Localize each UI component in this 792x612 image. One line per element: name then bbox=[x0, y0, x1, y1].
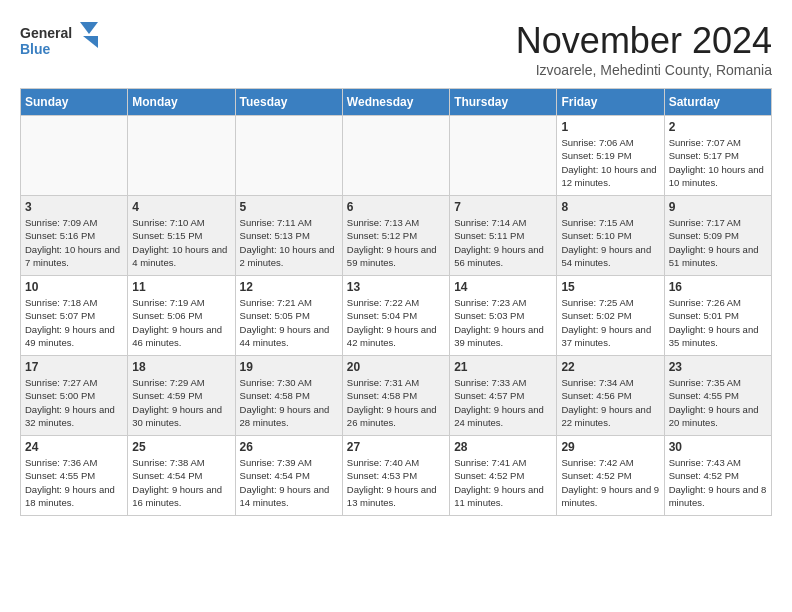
calendar-cell: 4Sunrise: 7:10 AM Sunset: 5:15 PM Daylig… bbox=[128, 196, 235, 276]
calendar-cell: 17Sunrise: 7:27 AM Sunset: 5:00 PM Dayli… bbox=[21, 356, 128, 436]
day-number: 18 bbox=[132, 360, 230, 374]
day-info: Sunrise: 7:30 AM Sunset: 4:58 PM Dayligh… bbox=[240, 376, 338, 429]
day-info: Sunrise: 7:15 AM Sunset: 5:10 PM Dayligh… bbox=[561, 216, 659, 269]
day-number: 11 bbox=[132, 280, 230, 294]
day-info: Sunrise: 7:22 AM Sunset: 5:04 PM Dayligh… bbox=[347, 296, 445, 349]
day-number: 3 bbox=[25, 200, 123, 214]
day-info: Sunrise: 7:33 AM Sunset: 4:57 PM Dayligh… bbox=[454, 376, 552, 429]
day-number: 7 bbox=[454, 200, 552, 214]
title-area: November 2024 Izvoarele, Mehedinti Count… bbox=[516, 20, 772, 78]
location-title: Izvoarele, Mehedinti County, Romania bbox=[516, 62, 772, 78]
calendar-cell bbox=[342, 116, 449, 196]
calendar-cell: 9Sunrise: 7:17 AM Sunset: 5:09 PM Daylig… bbox=[664, 196, 771, 276]
day-info: Sunrise: 7:06 AM Sunset: 5:19 PM Dayligh… bbox=[561, 136, 659, 189]
calendar-cell: 3Sunrise: 7:09 AM Sunset: 5:16 PM Daylig… bbox=[21, 196, 128, 276]
calendar-cell: 28Sunrise: 7:41 AM Sunset: 4:52 PM Dayli… bbox=[450, 436, 557, 516]
day-info: Sunrise: 7:35 AM Sunset: 4:55 PM Dayligh… bbox=[669, 376, 767, 429]
svg-text:General: General bbox=[20, 25, 72, 41]
calendar-cell: 18Sunrise: 7:29 AM Sunset: 4:59 PM Dayli… bbox=[128, 356, 235, 436]
calendar-cell bbox=[235, 116, 342, 196]
day-info: Sunrise: 7:34 AM Sunset: 4:56 PM Dayligh… bbox=[561, 376, 659, 429]
svg-text:Blue: Blue bbox=[20, 41, 51, 57]
calendar-cell bbox=[128, 116, 235, 196]
day-number: 24 bbox=[25, 440, 123, 454]
day-number: 29 bbox=[561, 440, 659, 454]
day-number: 9 bbox=[669, 200, 767, 214]
calendar-cell: 11Sunrise: 7:19 AM Sunset: 5:06 PM Dayli… bbox=[128, 276, 235, 356]
header-thursday: Thursday bbox=[450, 89, 557, 116]
day-info: Sunrise: 7:36 AM Sunset: 4:55 PM Dayligh… bbox=[25, 456, 123, 509]
day-info: Sunrise: 7:14 AM Sunset: 5:11 PM Dayligh… bbox=[454, 216, 552, 269]
day-info: Sunrise: 7:38 AM Sunset: 4:54 PM Dayligh… bbox=[132, 456, 230, 509]
day-info: Sunrise: 7:07 AM Sunset: 5:17 PM Dayligh… bbox=[669, 136, 767, 189]
header-sunday: Sunday bbox=[21, 89, 128, 116]
day-info: Sunrise: 7:25 AM Sunset: 5:02 PM Dayligh… bbox=[561, 296, 659, 349]
calendar-cell: 14Sunrise: 7:23 AM Sunset: 5:03 PM Dayli… bbox=[450, 276, 557, 356]
calendar-cell bbox=[450, 116, 557, 196]
day-info: Sunrise: 7:43 AM Sunset: 4:52 PM Dayligh… bbox=[669, 456, 767, 509]
calendar-cell: 21Sunrise: 7:33 AM Sunset: 4:57 PM Dayli… bbox=[450, 356, 557, 436]
header-saturday: Saturday bbox=[664, 89, 771, 116]
day-number: 30 bbox=[669, 440, 767, 454]
day-number: 6 bbox=[347, 200, 445, 214]
calendar-body: 1Sunrise: 7:06 AM Sunset: 5:19 PM Daylig… bbox=[21, 116, 772, 516]
calendar-cell: 13Sunrise: 7:22 AM Sunset: 5:04 PM Dayli… bbox=[342, 276, 449, 356]
week-row-3: 10Sunrise: 7:18 AM Sunset: 5:07 PM Dayli… bbox=[21, 276, 772, 356]
day-number: 2 bbox=[669, 120, 767, 134]
day-number: 4 bbox=[132, 200, 230, 214]
day-number: 1 bbox=[561, 120, 659, 134]
day-number: 16 bbox=[669, 280, 767, 294]
day-info: Sunrise: 7:41 AM Sunset: 4:52 PM Dayligh… bbox=[454, 456, 552, 509]
calendar-cell: 29Sunrise: 7:42 AM Sunset: 4:52 PM Dayli… bbox=[557, 436, 664, 516]
calendar-cell: 24Sunrise: 7:36 AM Sunset: 4:55 PM Dayli… bbox=[21, 436, 128, 516]
calendar-cell: 25Sunrise: 7:38 AM Sunset: 4:54 PM Dayli… bbox=[128, 436, 235, 516]
header-friday: Friday bbox=[557, 89, 664, 116]
calendar-cell: 30Sunrise: 7:43 AM Sunset: 4:52 PM Dayli… bbox=[664, 436, 771, 516]
day-number: 13 bbox=[347, 280, 445, 294]
day-number: 27 bbox=[347, 440, 445, 454]
day-info: Sunrise: 7:18 AM Sunset: 5:07 PM Dayligh… bbox=[25, 296, 123, 349]
day-number: 12 bbox=[240, 280, 338, 294]
day-info: Sunrise: 7:13 AM Sunset: 5:12 PM Dayligh… bbox=[347, 216, 445, 269]
day-number: 21 bbox=[454, 360, 552, 374]
day-number: 25 bbox=[132, 440, 230, 454]
day-info: Sunrise: 7:31 AM Sunset: 4:58 PM Dayligh… bbox=[347, 376, 445, 429]
day-info: Sunrise: 7:40 AM Sunset: 4:53 PM Dayligh… bbox=[347, 456, 445, 509]
calendar-cell bbox=[21, 116, 128, 196]
calendar-cell: 23Sunrise: 7:35 AM Sunset: 4:55 PM Dayli… bbox=[664, 356, 771, 436]
week-row-1: 1Sunrise: 7:06 AM Sunset: 5:19 PM Daylig… bbox=[21, 116, 772, 196]
day-info: Sunrise: 7:42 AM Sunset: 4:52 PM Dayligh… bbox=[561, 456, 659, 509]
day-number: 19 bbox=[240, 360, 338, 374]
calendar-cell: 6Sunrise: 7:13 AM Sunset: 5:12 PM Daylig… bbox=[342, 196, 449, 276]
svg-marker-3 bbox=[83, 36, 98, 48]
week-row-5: 24Sunrise: 7:36 AM Sunset: 4:55 PM Dayli… bbox=[21, 436, 772, 516]
day-number: 17 bbox=[25, 360, 123, 374]
day-number: 28 bbox=[454, 440, 552, 454]
calendar-header: Sunday Monday Tuesday Wednesday Thursday… bbox=[21, 89, 772, 116]
day-info: Sunrise: 7:29 AM Sunset: 4:59 PM Dayligh… bbox=[132, 376, 230, 429]
calendar-cell: 12Sunrise: 7:21 AM Sunset: 5:05 PM Dayli… bbox=[235, 276, 342, 356]
header-monday: Monday bbox=[128, 89, 235, 116]
day-info: Sunrise: 7:10 AM Sunset: 5:15 PM Dayligh… bbox=[132, 216, 230, 269]
day-number: 14 bbox=[454, 280, 552, 294]
day-info: Sunrise: 7:11 AM Sunset: 5:13 PM Dayligh… bbox=[240, 216, 338, 269]
calendar-table: Sunday Monday Tuesday Wednesday Thursday… bbox=[20, 88, 772, 516]
logo: GeneralBlue bbox=[20, 20, 100, 60]
day-info: Sunrise: 7:27 AM Sunset: 5:00 PM Dayligh… bbox=[25, 376, 123, 429]
day-number: 10 bbox=[25, 280, 123, 294]
day-info: Sunrise: 7:17 AM Sunset: 5:09 PM Dayligh… bbox=[669, 216, 767, 269]
calendar-cell: 20Sunrise: 7:31 AM Sunset: 4:58 PM Dayli… bbox=[342, 356, 449, 436]
calendar-cell: 7Sunrise: 7:14 AM Sunset: 5:11 PM Daylig… bbox=[450, 196, 557, 276]
calendar-cell: 15Sunrise: 7:25 AM Sunset: 5:02 PM Dayli… bbox=[557, 276, 664, 356]
day-info: Sunrise: 7:09 AM Sunset: 5:16 PM Dayligh… bbox=[25, 216, 123, 269]
header-wednesday: Wednesday bbox=[342, 89, 449, 116]
day-number: 26 bbox=[240, 440, 338, 454]
header-tuesday: Tuesday bbox=[235, 89, 342, 116]
month-title: November 2024 bbox=[516, 20, 772, 62]
day-info: Sunrise: 7:26 AM Sunset: 5:01 PM Dayligh… bbox=[669, 296, 767, 349]
day-info: Sunrise: 7:21 AM Sunset: 5:05 PM Dayligh… bbox=[240, 296, 338, 349]
week-row-4: 17Sunrise: 7:27 AM Sunset: 5:00 PM Dayli… bbox=[21, 356, 772, 436]
week-row-2: 3Sunrise: 7:09 AM Sunset: 5:16 PM Daylig… bbox=[21, 196, 772, 276]
calendar-cell: 1Sunrise: 7:06 AM Sunset: 5:19 PM Daylig… bbox=[557, 116, 664, 196]
calendar-cell: 8Sunrise: 7:15 AM Sunset: 5:10 PM Daylig… bbox=[557, 196, 664, 276]
